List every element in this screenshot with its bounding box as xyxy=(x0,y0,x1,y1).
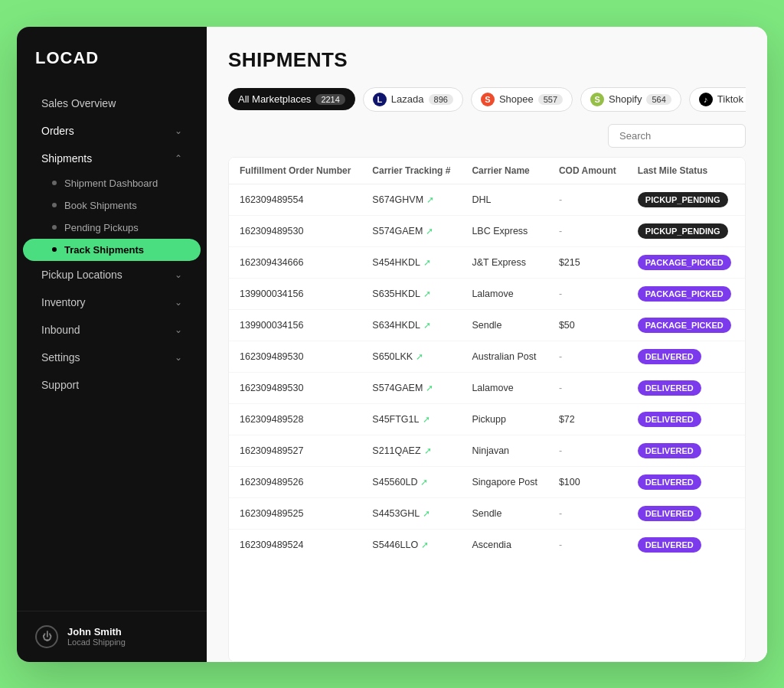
sidebar-item-orders[interactable]: Orders ⌄ xyxy=(23,117,201,145)
cell-carrier-status-10: Pickup xyxy=(742,497,746,529)
sidebar-item-inventory[interactable]: Inventory ⌄ xyxy=(23,289,201,316)
cell-status-2: PACKAGE_PICKED xyxy=(627,246,742,278)
table-row: 162309489524 S5446LLO ➚ Ascendia - DELIV… xyxy=(229,529,746,560)
external-link-icon[interactable]: ➚ xyxy=(416,351,426,361)
col-order-number: Fulfillment Order Number xyxy=(229,158,361,184)
cell-tracking-9: S45560LD ➚ xyxy=(361,466,461,497)
page-title: SHIPMENTS xyxy=(228,48,746,72)
sidebar-subitem-pending-pickups[interactable]: Pending Pickups xyxy=(23,217,201,239)
sidebar-subitem-track-shipments[interactable]: Track Shipments xyxy=(23,239,201,261)
lazada-count: 896 xyxy=(429,94,453,105)
cell-cod-5: - xyxy=(548,341,627,372)
cell-order-9: 162309489526 xyxy=(229,466,361,497)
shopify-count: 564 xyxy=(646,94,671,105)
logo: LOCAD xyxy=(17,48,207,90)
cell-status-1: PICKUP_PENDING xyxy=(627,215,742,246)
cell-carrier-1: LBC Express xyxy=(461,215,547,246)
shopee-count: 557 xyxy=(538,94,563,105)
external-link-icon[interactable]: ➚ xyxy=(421,540,431,549)
sidebar-subitem-shipment-dashboard[interactable]: Shipment Dashboard xyxy=(23,172,201,194)
external-link-icon[interactable]: ➚ xyxy=(423,414,433,424)
cell-status-6: DELIVERED xyxy=(627,372,742,403)
marketplace-filter-bar: All Marketplaces 2214 L Lazada 896 S Sho… xyxy=(228,87,746,112)
cell-order-6: 162309489530 xyxy=(229,372,361,403)
table-row: 139900034156 S634HKDL ➚ Sendle $50 PACKA… xyxy=(229,309,746,341)
app-container: LOCAD Sales Overview Orders ⌄ Shipments … xyxy=(17,27,767,662)
cell-order-4: 139900034156 xyxy=(229,309,361,341)
cell-order-3: 139900034156 xyxy=(229,278,361,309)
external-link-icon[interactable]: ➚ xyxy=(423,508,433,518)
cell-carrier-status-3: Pickup xyxy=(742,278,746,309)
shipments-table-container: Fulfillment Order Number Carrier Trackin… xyxy=(228,157,746,662)
cell-carrier-status-0: Pickup xyxy=(742,184,746,215)
cell-tracking-11: S5446LLO ➚ xyxy=(361,529,461,560)
sidebar-item-shipments[interactable]: Shipments ⌃ xyxy=(23,145,201,172)
cell-cod-6: - xyxy=(548,372,627,403)
filter-shopify[interactable]: S Shopify 564 xyxy=(580,87,681,112)
cell-carrier-6: Lalamove xyxy=(461,372,547,403)
cell-cod-4: $50 xyxy=(548,309,627,341)
table-row: 162309489526 S45560LD ➚ Singapore Post $… xyxy=(229,466,746,497)
table-row: 162309489528 S45FTG1L ➚ Pickupp $72 DELI… xyxy=(229,403,746,435)
filter-lazada[interactable]: L Lazada 896 xyxy=(363,87,463,112)
cell-status-10: DELIVERED xyxy=(627,497,742,529)
user-role: Locad Shipping xyxy=(67,637,126,647)
sidebar-item-inbound[interactable]: Inbound ⌄ xyxy=(23,316,201,344)
cell-carrier-status-2: Pickup xyxy=(742,246,746,278)
cell-status-4: PACKAGE_PICKED xyxy=(627,309,742,341)
sidebar-item-support[interactable]: Support xyxy=(23,371,201,399)
cell-carrier-7: Pickupp xyxy=(461,403,547,435)
cell-order-10: 162309489525 xyxy=(229,497,361,529)
cell-tracking-1: S574GAEM ➚ xyxy=(361,215,461,246)
cell-cod-1: - xyxy=(548,215,627,246)
external-link-icon[interactable]: ➚ xyxy=(423,289,433,298)
external-link-icon[interactable]: ➚ xyxy=(423,257,433,267)
power-icon[interactable]: ⏻ xyxy=(35,625,58,648)
cell-carrier-8: Ninjavan xyxy=(461,435,547,466)
table-row: 162309489527 S211QAEZ ➚ Ninjavan - DELIV… xyxy=(229,435,746,466)
external-link-icon[interactable]: ➚ xyxy=(426,383,436,393)
dot-active-icon xyxy=(52,247,57,252)
cell-status-7: DELIVERED xyxy=(627,403,742,435)
col-tracking: Carrier Tracking # xyxy=(361,158,461,184)
external-link-icon[interactable]: ➚ xyxy=(424,445,434,455)
search-input[interactable] xyxy=(608,124,746,148)
cell-tracking-3: S635HKDL ➚ xyxy=(361,278,461,309)
cell-order-0: 162309489554 xyxy=(229,184,361,215)
table-row: 162309489530 S650LKK ➚ Australian Post -… xyxy=(229,341,746,372)
external-link-icon[interactable]: ➚ xyxy=(426,226,436,236)
shopify-icon: S xyxy=(590,93,604,106)
cell-order-11: 162309489524 xyxy=(229,529,361,560)
search-row xyxy=(228,124,746,148)
cell-status-11: DELIVERED xyxy=(627,529,742,560)
chevron-down-icon: ⌄ xyxy=(175,297,182,308)
external-link-icon[interactable]: ➚ xyxy=(423,320,433,330)
cell-order-2: 162309434666 xyxy=(229,246,361,278)
filter-all-marketplaces[interactable]: All Marketplaces 2214 xyxy=(228,88,355,110)
chevron-up-icon: ⌃ xyxy=(175,153,182,164)
cell-carrier-9: Singapore Post xyxy=(461,466,547,497)
cell-carrier-11: Ascendia xyxy=(461,529,547,560)
sidebar-item-sales-overview[interactable]: Sales Overview xyxy=(23,90,201,117)
table-row: 162309489530 S574GAEM ➚ Lalamove - DELIV… xyxy=(229,372,746,403)
filter-shopee[interactable]: S Shopee 557 xyxy=(471,87,573,112)
sidebar-item-pickup-locations[interactable]: Pickup Locations ⌄ xyxy=(23,261,201,289)
filter-tiktok[interactable]: ♪ Tiktok Shop 197 xyxy=(689,87,746,112)
cell-carrier-5: Australian Post xyxy=(461,341,547,372)
main-content: SHIPMENTS All Marketplaces 2214 L Lazada… xyxy=(207,27,767,662)
chevron-down-icon: ⌄ xyxy=(175,324,182,335)
user-name: John Smith xyxy=(67,626,126,637)
cell-order-7: 162309489528 xyxy=(229,403,361,435)
sidebar-subitem-book-shipments[interactable]: Book Shipments xyxy=(23,194,201,217)
cell-cod-11: - xyxy=(548,529,627,560)
col-last-mile-status: Last Mile Status xyxy=(627,158,742,184)
cell-order-8: 162309489527 xyxy=(229,435,361,466)
cell-tracking-7: S45FTG1L ➚ xyxy=(361,403,461,435)
external-link-icon[interactable]: ➚ xyxy=(426,194,436,204)
sidebar-item-settings[interactable]: Settings ⌄ xyxy=(23,344,201,371)
cell-carrier-status-11: Pickup xyxy=(742,529,746,560)
cell-cod-0: - xyxy=(548,184,627,215)
shopee-label: Shopee xyxy=(499,93,534,105)
external-link-icon[interactable]: ➚ xyxy=(420,477,430,487)
shopee-icon: S xyxy=(481,93,495,106)
